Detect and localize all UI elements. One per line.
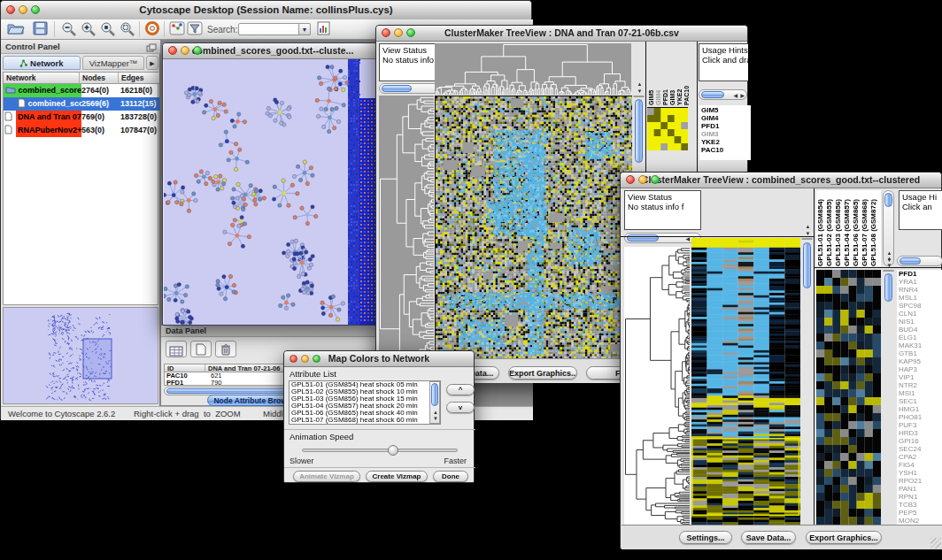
column-header-network[interactable]: Network bbox=[4, 73, 80, 84]
gene-label[interactable]: ELG1 bbox=[899, 334, 942, 341]
minimize-button[interactable] bbox=[181, 46, 189, 55]
gene-label[interactable]: PEP5 bbox=[899, 509, 942, 517]
gene-label[interactable]: CLN1 bbox=[899, 310, 942, 318]
row-label[interactable]: PAC10 bbox=[701, 146, 749, 154]
gene-label[interactable]: YSH1 bbox=[899, 469, 942, 477]
close-button[interactable] bbox=[168, 46, 177, 55]
row-dendrogram[interactable] bbox=[624, 247, 690, 525]
gene-label[interactable]: SEC24 bbox=[899, 445, 942, 453]
labels-hscrollbar[interactable]: ◀ ▶ bbox=[699, 89, 747, 100]
gene-label[interactable]: HRD3 bbox=[899, 429, 942, 437]
treeview2-vscrollbar[interactable]: ▲ ▼ bbox=[801, 238, 813, 240]
zoom-button[interactable] bbox=[651, 175, 660, 184]
move-down-button[interactable]: v bbox=[446, 402, 475, 413]
row-dendrogram[interactable] bbox=[379, 96, 434, 377]
birdseye-view[interactable] bbox=[3, 307, 158, 404]
gene-list[interactable]: PFD1YRA1RNR4MSL1SPC98CLN1NIS1BUD4ELG1MAK… bbox=[897, 270, 942, 525]
gene-label[interactable]: SPC98 bbox=[899, 302, 942, 310]
zoom-fit-button[interactable] bbox=[118, 19, 137, 37]
delete-attribute-button[interactable] bbox=[215, 341, 236, 357]
save-session-button[interactable] bbox=[31, 19, 50, 37]
treeview1-vscrollbar[interactable]: ▲ ▼ bbox=[633, 96, 645, 97]
animate-vizmap-button[interactable]: Animate Vizmap bbox=[293, 471, 360, 482]
export-graphics-button[interactable]: Export Graphics... bbox=[508, 366, 577, 380]
zoom-button[interactable] bbox=[406, 28, 415, 37]
table-row[interactable]: RNAPuberNov2+! 563(0) 107847(0) bbox=[4, 124, 159, 137]
zoom-button[interactable] bbox=[31, 5, 40, 14]
column-header-edges[interactable]: Edges bbox=[119, 73, 159, 84]
row-label[interactable]: YKE2 bbox=[701, 138, 749, 146]
treeview2-hscrollbar[interactable]: ◀ ▶ bbox=[624, 233, 701, 243]
scroll-up-icon[interactable]: ▲ bbox=[806, 224, 811, 229]
search-dropdown-button[interactable]: ▼ bbox=[298, 23, 311, 35]
row-label[interactable]: GIM4 bbox=[701, 114, 749, 122]
scrollbar-thumb[interactable] bbox=[382, 85, 412, 92]
zoom-button[interactable] bbox=[313, 355, 320, 363]
animation-speed-slider[interactable] bbox=[302, 449, 458, 452]
genelist-hscrollbar[interactable] bbox=[897, 256, 942, 266]
close-button[interactable] bbox=[382, 28, 390, 37]
zoom-vscrollbar[interactable]: ▲ ▼ bbox=[883, 270, 894, 272]
close-button[interactable] bbox=[626, 175, 635, 184]
column-header-nodes[interactable]: Nodes bbox=[80, 73, 119, 84]
settings-button[interactable]: Settings... bbox=[679, 531, 732, 544]
mini-heatmap-canvas[interactable] bbox=[647, 107, 688, 150]
row-labels-list[interactable]: GIM5GIM4PFD1GIM3YKE2PAC10 bbox=[699, 105, 751, 160]
minimize-button[interactable] bbox=[301, 355, 309, 363]
table-row[interactable]: combined_scores 2764(0) 16218(0) bbox=[4, 84, 159, 97]
open-session-button[interactable] bbox=[6, 19, 26, 37]
tab-vizmapper[interactable]: VizMapper™ bbox=[82, 56, 144, 70]
attribute-table-button[interactable] bbox=[166, 341, 187, 357]
treeview1-titlebar[interactable]: ClusterMaker TreeView : DNA and Tran 07-… bbox=[376, 26, 747, 42]
scroll-left-icon[interactable]: ◀ bbox=[733, 93, 737, 98]
scroll-down-icon[interactable]: ▼ bbox=[806, 231, 811, 236]
scroll-down-icon[interactable]: ▼ bbox=[637, 88, 643, 94]
gene-label[interactable]: GTB1 bbox=[899, 349, 942, 357]
scroll-up-icon[interactable]: ▲ bbox=[637, 81, 643, 87]
scrollbar-thumb[interactable] bbox=[884, 193, 892, 207]
zoom-in-button[interactable] bbox=[79, 19, 98, 37]
treeview2-titlebar[interactable]: ClusterMaker TreeView : combined_scores_… bbox=[621, 173, 941, 188]
scroll-up-icon[interactable]: ▲ bbox=[887, 256, 892, 261]
minimize-button[interactable] bbox=[638, 175, 647, 184]
scrollbar-thumb[interactable] bbox=[635, 99, 643, 163]
gene-label[interactable]: RNR4 bbox=[899, 286, 942, 294]
table-row[interactable]: DNA and Tran 07 769(0) 183728(0) bbox=[4, 111, 159, 124]
minimize-button[interactable] bbox=[19, 5, 27, 14]
gene-label[interactable]: FIG4 bbox=[899, 461, 942, 469]
minimize-button[interactable] bbox=[394, 28, 403, 37]
row-label[interactable]: GIM5 bbox=[701, 106, 749, 114]
resize-grip[interactable] bbox=[930, 538, 941, 548]
scrollbar-thumb[interactable] bbox=[900, 257, 921, 265]
row-label[interactable]: PFD1 bbox=[701, 122, 749, 130]
gene-label[interactable]: PFD1 bbox=[899, 270, 942, 278]
attribute-list[interactable]: GPL51-01 (GSM854) heat shock 05 minGPL51… bbox=[289, 380, 441, 425]
table-row-selected[interactable]: combined_sco 2569(6) 13112(15) bbox=[4, 97, 159, 111]
column-dendrogram[interactable] bbox=[435, 43, 631, 95]
gene-label[interactable]: PHO81 bbox=[899, 413, 942, 421]
scrollbar-thumb[interactable] bbox=[431, 383, 438, 406]
tab-network[interactable]: Network bbox=[3, 56, 81, 70]
gene-label[interactable]: MSL1 bbox=[899, 294, 942, 302]
scroll-up-icon[interactable]: ▲ bbox=[433, 410, 438, 415]
zoom-selected-button[interactable] bbox=[98, 19, 118, 37]
row-label[interactable]: GIM3 bbox=[701, 130, 749, 138]
gene-label[interactable]: PAN1 bbox=[899, 485, 942, 493]
gene-label[interactable]: MAK31 bbox=[899, 341, 942, 349]
scroll-down-icon[interactable]: ▼ bbox=[433, 416, 438, 421]
zoom-heatmap-canvas[interactable] bbox=[816, 270, 881, 525]
scrollbar-thumb[interactable] bbox=[701, 91, 724, 98]
close-button[interactable] bbox=[290, 355, 297, 363]
help-button[interactable] bbox=[143, 19, 162, 37]
slider-thumb[interactable] bbox=[388, 445, 398, 456]
gene-label[interactable]: NTR2 bbox=[899, 381, 942, 389]
create-vizmap-button[interactable]: Create Vizmap bbox=[366, 471, 428, 482]
gene-label[interactable]: MON2 bbox=[899, 517, 942, 525]
gene-label[interactable]: YRA1 bbox=[899, 278, 942, 286]
scrollbar-thumb[interactable] bbox=[884, 273, 892, 302]
gene-label[interactable]: VIP1 bbox=[899, 373, 942, 381]
attribute-list-item[interactable]: GPL51-07 (GSM868) heat shock 60 min bbox=[290, 424, 440, 425]
attribute-list-vscrollbar[interactable]: ▲ ▼ bbox=[429, 381, 440, 424]
gene-label[interactable]: CPA2 bbox=[899, 453, 942, 461]
gene-label[interactable]: MSI1 bbox=[899, 389, 942, 397]
